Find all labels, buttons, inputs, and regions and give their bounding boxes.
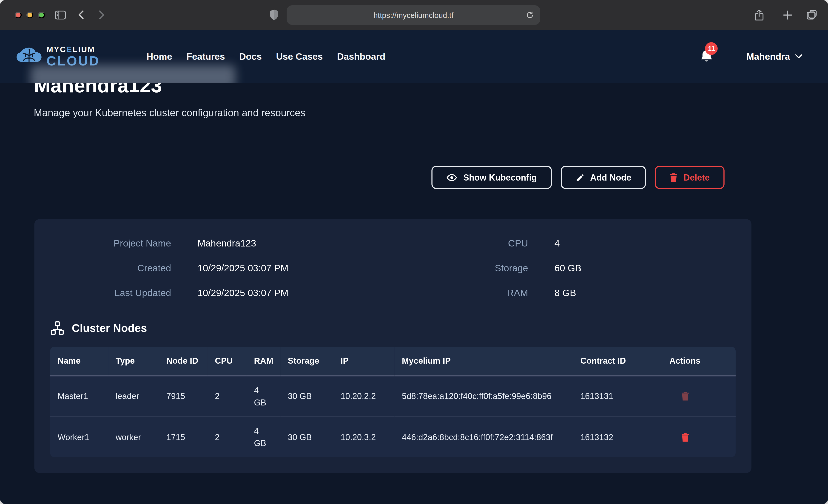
logo-cloud-icon — [16, 46, 42, 67]
col-storage: Storage — [280, 347, 333, 376]
chevron-down-icon — [795, 54, 802, 59]
info-label: Last Updated — [50, 288, 171, 299]
share-icon[interactable] — [752, 8, 766, 22]
forward-icon[interactable] — [95, 8, 109, 22]
col-ram: RAM — [247, 347, 280, 376]
navbar: MYCELIUM CLOUD Home Features Docs Use Ca… — [0, 30, 828, 83]
page-subtitle: Manage your Kubernetes cluster configura… — [34, 107, 305, 119]
info-label: Created — [50, 263, 171, 274]
table-header-row: Name Type Node ID CPU RAM Storage IP Myc… — [50, 347, 736, 376]
show-kubeconfig-button[interactable]: Show Kubeconfig — [431, 166, 551, 189]
nav-links: Home Features Docs Use Cases Dashboard — [147, 51, 385, 62]
nav-link-dashboard[interactable]: Dashboard — [337, 51, 385, 62]
back-icon[interactable] — [74, 8, 88, 22]
browser-chrome: https://myceliumcloud.tf — [0, 0, 828, 30]
logo-line1: MYCELIUM — [46, 45, 100, 53]
info-label: Storage — [414, 263, 528, 274]
delete-cluster-button[interactable]: Delete — [655, 166, 724, 189]
table-row-master1: Master1 leader 7915 2 4 GB 30 GB 10.20.2… — [50, 376, 736, 417]
col-actions: Actions — [634, 347, 736, 376]
col-contract-id: Contract ID — [573, 347, 634, 376]
reload-icon[interactable] — [523, 8, 537, 22]
browser-window: https://myceliumcloud.tf — [0, 0, 828, 504]
info-label: RAM — [414, 288, 528, 299]
window-zoom-button[interactable] — [38, 12, 45, 18]
cell-cpu: 2 — [208, 376, 247, 417]
logo-text: MYCELIUM CLOUD — [46, 45, 100, 68]
cluster-nodes-icon — [50, 321, 64, 335]
new-tab-icon[interactable] — [780, 8, 794, 22]
cell-node-id: 1715 — [159, 417, 208, 457]
nav-link-home[interactable]: Home — [147, 51, 172, 62]
notifications-bell-icon[interactable]: 11 — [700, 48, 716, 64]
cell-ip: 10.20.3.2 — [333, 417, 395, 457]
last-updated-value: 10/29/2025 03:07 PM — [197, 288, 387, 299]
nav-link-docs[interactable]: Docs — [239, 51, 262, 62]
col-node-id: Node ID — [159, 347, 208, 376]
col-cpu: CPU — [208, 347, 247, 376]
logo-line2: CLOUD — [46, 54, 100, 68]
info-label: Project Name — [50, 238, 171, 249]
cpu-value: 4 — [554, 238, 736, 249]
project-name-value: Mahendra123 — [197, 238, 387, 249]
table-row-worker1: Worker1 worker 1715 2 4 GB 30 GB 10.20.3… — [50, 417, 736, 457]
cell-node-id: 7915 — [159, 376, 208, 417]
cell-ram: 4 GB — [247, 376, 280, 417]
created-value: 10/29/2025 03:07 PM — [197, 263, 387, 274]
storage-value: 60 GB — [554, 263, 736, 274]
trash-icon — [670, 173, 678, 182]
show-kubeconfig-label: Show Kubeconfig — [463, 172, 537, 182]
tab-overview-icon[interactable] — [805, 8, 819, 22]
toolbar: Show Kubeconfig Add Node Delete — [431, 166, 724, 189]
address-bar[interactable]: https://myceliumcloud.tf — [287, 5, 540, 25]
ram-value: 8 GB — [554, 288, 736, 299]
sidebar-toggle-icon[interactable] — [53, 8, 67, 22]
col-type: Type — [108, 347, 159, 376]
pencil-icon — [575, 173, 584, 182]
stage: https://myceliumcloud.tf — [0, 0, 828, 504]
user-menu[interactable]: Mahendra — [746, 51, 803, 62]
cluster-card: Project Name Mahendra123 CPU 4 Created 1… — [34, 219, 751, 473]
page: Mahendra123 Manage your Kubernetes clust… — [0, 30, 828, 504]
cell-mycelium-ip: 5d8:78ea:a120:f40c:ff0f:a5fe:99e6:8b96 — [395, 376, 573, 417]
cell-ip: 10.20.2.2 — [333, 376, 395, 417]
nav-right: 11 Mahendra — [700, 48, 803, 64]
delete-label: Delete — [684, 172, 710, 182]
url-text: https://myceliumcloud.tf — [373, 11, 453, 19]
window-close-button[interactable] — [15, 12, 22, 18]
col-mycelium-ip: Mycelium IP — [395, 347, 573, 376]
cell-mycelium-ip: 446:d2a6:8bcd:8c16:ff0f:72e2:3114:863f — [395, 417, 573, 457]
cell-type: worker — [108, 417, 159, 457]
delete-node-icon[interactable] — [677, 388, 693, 404]
cell-type: leader — [108, 376, 159, 417]
nav-link-features[interactable]: Features — [187, 51, 225, 62]
cluster-nodes-title: Cluster Nodes — [72, 322, 147, 334]
cell-contract-id: 1613131 — [573, 376, 634, 417]
nav-link-use-cases[interactable]: Use Cases — [276, 51, 323, 62]
cell-contract-id: 1613132 — [573, 417, 634, 457]
col-ip: IP — [333, 347, 395, 376]
nodes-table: Name Type Node ID CPU RAM Storage IP Myc… — [50, 347, 736, 457]
add-node-label: Add Node — [590, 172, 631, 182]
nodes-table-wrap: Name Type Node ID CPU RAM Storage IP Myc… — [50, 347, 736, 457]
cell-ram: 4 GB — [247, 417, 280, 457]
delete-node-icon[interactable] — [677, 429, 693, 445]
cell-storage: 30 GB — [280, 376, 333, 417]
cell-name: Master1 — [50, 376, 108, 417]
cluster-nodes-heading: Cluster Nodes — [50, 321, 736, 335]
cell-storage: 30 GB — [280, 417, 333, 457]
add-node-button[interactable]: Add Node — [561, 166, 646, 189]
eye-icon — [446, 173, 457, 181]
notifications-badge: 11 — [705, 42, 718, 55]
info-label: CPU — [414, 238, 528, 249]
cell-cpu: 2 — [208, 417, 247, 457]
project-info-grid: Project Name Mahendra123 CPU 4 Created 1… — [50, 238, 736, 299]
shield-icon[interactable] — [267, 8, 281, 22]
logo[interactable]: MYCELIUM CLOUD — [16, 45, 100, 68]
cell-name: Worker1 — [50, 417, 108, 457]
col-name: Name — [50, 347, 108, 376]
user-name: Mahendra — [746, 51, 790, 62]
window-minimize-button[interactable] — [27, 12, 33, 18]
